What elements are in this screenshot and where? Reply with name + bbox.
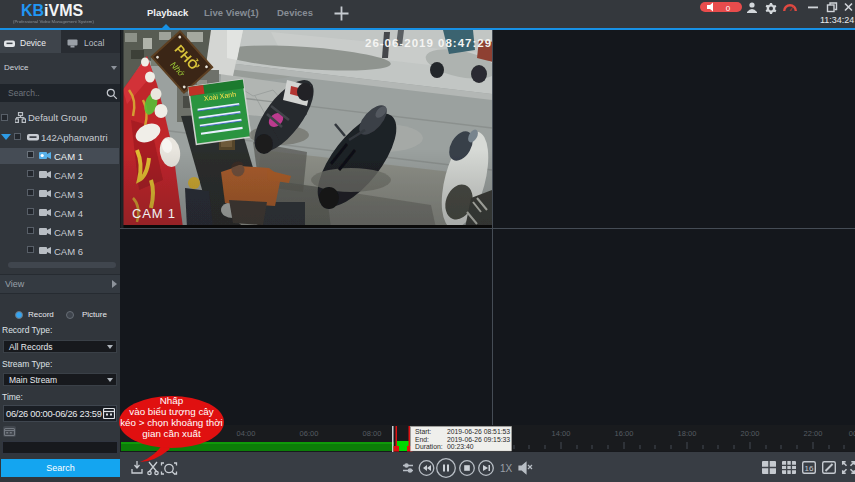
svg-text:kéo > chọn khoảng thời: kéo > chọn khoảng thời <box>120 417 223 428</box>
svg-text:2019-06-26 09:15:33: 2019-06-26 09:15:33 <box>447 436 510 443</box>
svg-text:06:00: 06:00 <box>300 429 319 438</box>
svg-text:22:00: 22:00 <box>804 429 823 438</box>
svg-text:0: 0 <box>726 4 731 13</box>
svg-text:04:00: 04:00 <box>237 429 256 438</box>
svg-text:End:: End: <box>415 436 429 443</box>
svg-text:18:00: 18:00 <box>678 429 697 438</box>
svg-text:00: 00 <box>849 429 855 438</box>
svg-text:1X: 1X <box>500 463 513 474</box>
svg-text:16: 16 <box>805 464 814 473</box>
svg-text:00:23:40: 00:23:40 <box>447 443 474 450</box>
svg-text:Duration:: Duration: <box>415 443 443 450</box>
svg-text:2019-06-26 08:51:53: 2019-06-26 08:51:53 <box>447 428 510 435</box>
svg-text:Nhấp: Nhấp <box>160 395 184 406</box>
svg-text:26-06-2019 08:47:29: 26-06-2019 08:47:29 <box>365 37 492 49</box>
svg-text:vào biểu tượng cây: vào biểu tượng cây <box>129 406 213 417</box>
svg-text:20:00: 20:00 <box>741 429 760 438</box>
svg-text:gian cần xuất: gian cần xuất <box>142 428 201 439</box>
svg-text:Start:: Start: <box>415 428 431 435</box>
svg-text:08:00: 08:00 <box>363 429 382 438</box>
svg-text:CAM 1: CAM 1 <box>132 206 176 221</box>
svg-text:16:00: 16:00 <box>615 429 634 438</box>
svg-text:14:00: 14:00 <box>552 429 571 438</box>
